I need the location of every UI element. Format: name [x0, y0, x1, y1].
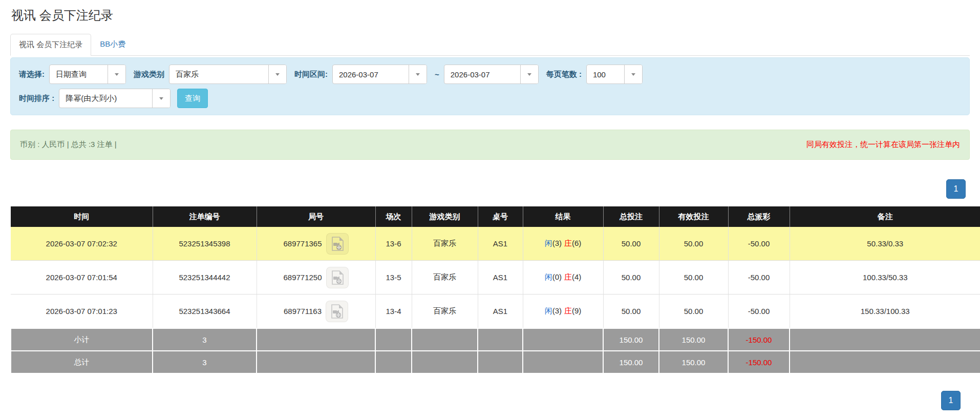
cell-payout: -50.00: [728, 261, 790, 295]
total-row: 总计 3 150.00 150.00 -150.00: [11, 351, 980, 373]
result-player-score: (3): [552, 239, 562, 247]
cell-remark: 100.33/50.33: [790, 261, 980, 295]
page-title: 视讯 会员下注纪录: [11, 7, 970, 24]
betting-records-table: 时间 注单编号 局号 场次 游戏类别 桌号 结果 总投注 有效投注 总派彩 备注…: [10, 206, 980, 374]
subtotal-label: 小计: [11, 328, 153, 351]
table-row: 2026-03-07 07:01:23 523251343664 6897711…: [11, 295, 980, 329]
cell-result: 闲(3)庄(6): [523, 227, 603, 261]
result-player-score: (0): [552, 272, 562, 281]
col-result: 结果: [523, 206, 603, 227]
subtotal-valid-bet: 150.00: [659, 328, 728, 351]
total-payout: -150.00: [728, 351, 790, 373]
currency-summary-text: 币别 : 人民币 | 总共 :3 注单 |: [20, 140, 117, 150]
cell-round-id: 689771365: [257, 227, 375, 261]
cell-total-bet[interactable]: 50.00: [603, 227, 659, 261]
cell-result: 闲(0)庄(4): [523, 261, 603, 295]
col-remark: 备注: [790, 206, 980, 227]
page-size-value: 100: [587, 65, 624, 83]
game-type-dropdown[interactable]: 百家乐: [169, 65, 287, 84]
cell-valid-bet: 50.00: [659, 295, 728, 329]
video-file-icon: [330, 270, 345, 285]
total-total-bet: 150.00: [603, 351, 659, 373]
betting-records-page: 视讯 会员下注纪录 视讯 会员下注纪录 BB小费 请选择: 日期查询 游戏类别 …: [5, 0, 975, 420]
video-replay-button[interactable]: [326, 267, 349, 288]
pagination-top: 1: [10, 179, 966, 199]
date-range-label: 时间区间:: [294, 70, 328, 79]
subtotal-remark: [790, 328, 980, 351]
date-from-picker[interactable]: 2026-03-07: [332, 65, 427, 84]
result-player-score: (3): [552, 306, 562, 315]
chevron-down-icon[interactable]: [268, 65, 286, 83]
col-round-id: 局号: [257, 206, 375, 227]
col-total-bet: 总投注: [603, 206, 659, 227]
total-count: 3: [153, 351, 257, 373]
date-to-value: 2026-03-07: [444, 65, 520, 83]
tab-bb-tip[interactable]: BB小费: [91, 33, 134, 55]
chevron-down-icon[interactable]: [520, 65, 538, 83]
filter-panel: 请选择: 日期查询 游戏类别 百家乐 时间区间: 2026-03-07 ~ 20…: [10, 57, 970, 115]
subtotal-row: 小计 3 150.00 150.00 -150.00: [11, 328, 980, 351]
cell-table-no: AS1: [478, 295, 523, 329]
cell-bet-id: 523251344442: [153, 261, 257, 295]
query-type-value: 日期查询: [50, 65, 108, 83]
result-player: 闲: [545, 306, 552, 315]
total-remark: [790, 351, 980, 373]
video-file-icon: [330, 304, 344, 319]
total-label: 总计: [11, 351, 153, 373]
game-type-value: 百家乐: [169, 65, 268, 83]
chevron-down-icon[interactable]: [152, 89, 170, 108]
col-time: 时间: [11, 206, 153, 227]
filter-row-1: 请选择: 日期查询 游戏类别 百家乐 时间区间: 2026-03-07 ~ 20…: [18, 65, 962, 84]
cell-time: 2026-03-07 07:01:23: [11, 295, 153, 329]
page-1-button[interactable]: 1: [946, 179, 966, 199]
col-session: 场次: [375, 206, 412, 227]
round-number: 689771250: [283, 273, 322, 282]
cell-payout: -50.00: [728, 295, 790, 329]
cell-game-type: 百家乐: [412, 295, 478, 329]
video-file-icon: [330, 236, 345, 251]
cell-table-no: AS1: [478, 227, 523, 261]
result-banker-score: (4): [572, 272, 581, 281]
cell-total-bet[interactable]: 50.00: [603, 261, 659, 295]
sort-order-value: 降幂(由大到小): [59, 89, 152, 108]
tab-bar: 视讯 会员下注纪录 BB小费: [10, 33, 970, 56]
video-replay-button[interactable]: [326, 301, 348, 322]
subtotal-total-bet: 150.00: [603, 328, 659, 351]
result-banker: 庄: [564, 272, 572, 281]
page-size-dropdown[interactable]: 100: [586, 65, 643, 84]
cell-payout: -50.00: [728, 227, 790, 261]
cell-remark: 150.33/100.33: [790, 295, 980, 329]
query-type-dropdown[interactable]: 日期查询: [49, 65, 126, 84]
cell-round-id: 689771163: [257, 295, 375, 329]
total-valid-bet: 150.00: [659, 351, 728, 373]
subtotal-count: 3: [153, 328, 257, 351]
cell-total-bet[interactable]: 50.00: [603, 295, 659, 329]
cell-session: 13-5: [375, 261, 412, 295]
page-1-button[interactable]: 1: [941, 391, 961, 410]
result-banker-score: (9): [572, 306, 581, 315]
cell-round-id: 689771250: [257, 261, 375, 295]
result-player: 闲: [545, 272, 552, 281]
pagination-bottom: 1: [10, 391, 961, 410]
cell-result: 闲(3)庄(9): [523, 295, 603, 329]
table-row: 2026-03-07 07:02:32 523251345398 6897713…: [11, 227, 980, 261]
search-button[interactable]: 查询: [177, 89, 208, 108]
page-size-label: 每页笔数 :: [546, 70, 582, 79]
chevron-down-icon[interactable]: [409, 65, 427, 83]
cell-session: 13-6: [375, 227, 412, 261]
date-to-picker[interactable]: 2026-03-07: [444, 65, 539, 84]
chevron-down-icon[interactable]: [108, 65, 125, 83]
video-replay-button[interactable]: [326, 233, 349, 255]
cell-bet-id: 523251345398: [153, 227, 257, 261]
cell-game-type: 百家乐: [412, 261, 478, 295]
sort-order-dropdown[interactable]: 降幂(由大到小): [59, 89, 171, 108]
cell-bet-id: 523251343664: [153, 295, 257, 329]
game-type-label: 游戏类别: [134, 70, 164, 79]
cell-valid-bet: 50.00: [659, 261, 728, 295]
tab-betting-records[interactable]: 视讯 会员下注纪录: [10, 34, 91, 56]
cell-time: 2026-03-07 07:02:32: [11, 227, 153, 261]
chevron-down-icon[interactable]: [624, 65, 642, 83]
col-valid-bet: 有效投注: [659, 206, 728, 227]
sort-order-label: 时间排序 :: [19, 94, 54, 103]
col-table-no: 桌号: [478, 206, 523, 227]
